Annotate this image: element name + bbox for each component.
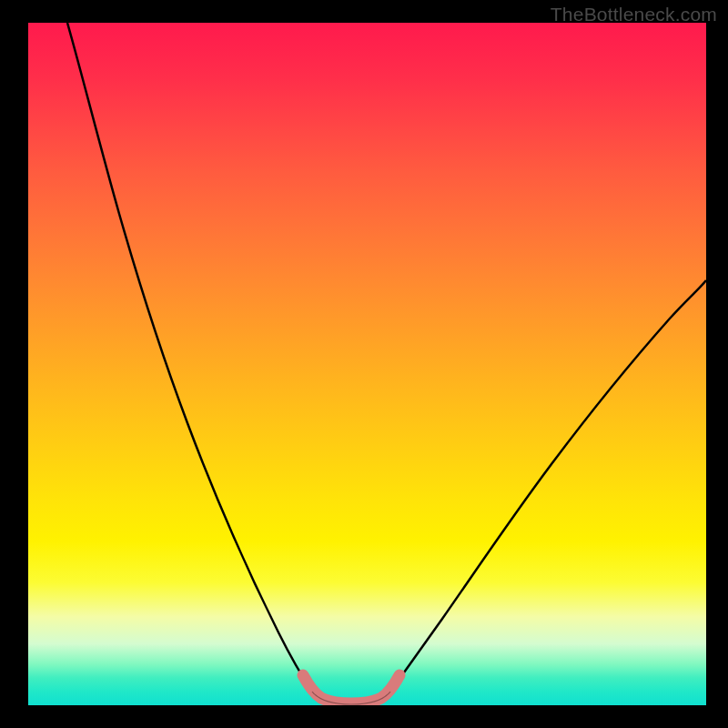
right-curve-path <box>390 280 706 692</box>
highlight-band-path <box>303 675 399 703</box>
left-curve-path <box>67 23 312 692</box>
curve-svg <box>28 23 706 705</box>
chart-container: TheBottleneck.com <box>0 0 728 728</box>
plot-area <box>28 23 706 705</box>
